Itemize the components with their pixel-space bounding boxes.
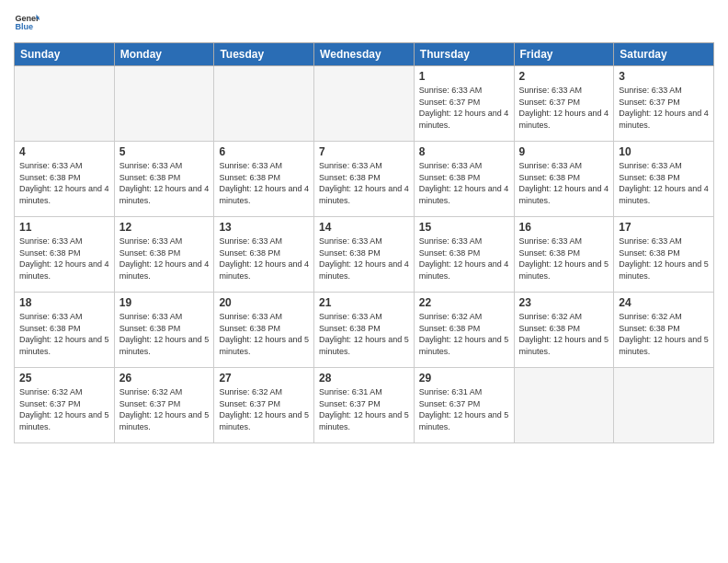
day-info: Sunrise: 6:32 AMSunset: 6:38 PMDaylight:… (519, 311, 609, 357)
day-number: 26 (119, 372, 210, 385)
day-info: Sunrise: 6:32 AMSunset: 6:37 PMDaylight:… (219, 386, 309, 432)
day-info: Sunrise: 6:33 AMSunset: 6:38 PMDaylight:… (119, 236, 210, 282)
day-info: Sunrise: 6:31 AMSunset: 6:37 PMDaylight:… (419, 386, 509, 432)
day-cell (314, 66, 415, 142)
day-number: 22 (419, 296, 509, 309)
day-cell: 5Sunrise: 6:33 AMSunset: 6:38 PMDaylight… (114, 142, 214, 217)
calendar-table: SundayMondayTuesdayWednesdayThursdayFrid… (14, 42, 714, 443)
day-cell: 25Sunrise: 6:32 AMSunset: 6:37 PMDayligh… (15, 368, 115, 443)
week-row-0: 1Sunrise: 6:33 AMSunset: 6:37 PMDaylight… (15, 66, 714, 142)
day-info: Sunrise: 6:31 AMSunset: 6:37 PMDaylight:… (319, 386, 409, 432)
day-number: 5 (119, 145, 210, 158)
day-cell: 11Sunrise: 6:33 AMSunset: 6:38 PMDayligh… (15, 217, 115, 293)
day-number: 11 (19, 221, 109, 234)
day-cell: 12Sunrise: 6:33 AMSunset: 6:38 PMDayligh… (114, 217, 214, 293)
day-cell: 14Sunrise: 6:33 AMSunset: 6:38 PMDayligh… (314, 217, 415, 293)
svg-text:General: General (15, 14, 40, 23)
day-info: Sunrise: 6:32 AMSunset: 6:37 PMDaylight:… (19, 386, 109, 432)
day-cell: 24Sunrise: 6:32 AMSunset: 6:38 PMDayligh… (614, 293, 714, 368)
page-container: General Blue SundayMondayTuesdayWednesda… (0, 0, 728, 563)
day-info: Sunrise: 6:33 AMSunset: 6:38 PMDaylight:… (319, 236, 409, 282)
day-cell (514, 368, 614, 443)
day-number: 6 (219, 145, 309, 158)
day-info: Sunrise: 6:32 AMSunset: 6:37 PMDaylight:… (119, 386, 210, 432)
header-row: SundayMondayTuesdayWednesdayThursdayFrid… (15, 43, 714, 66)
day-number: 13 (219, 221, 309, 234)
day-cell: 3Sunrise: 6:33 AMSunset: 6:37 PMDaylight… (614, 66, 714, 142)
day-cell: 19Sunrise: 6:33 AMSunset: 6:38 PMDayligh… (114, 293, 214, 368)
day-number: 16 (519, 221, 609, 234)
day-cell: 27Sunrise: 6:32 AMSunset: 6:37 PMDayligh… (214, 368, 314, 443)
day-info: Sunrise: 6:33 AMSunset: 6:37 PMDaylight:… (619, 85, 709, 131)
col-header-wednesday: Wednesday (314, 43, 415, 66)
day-number: 4 (19, 145, 109, 158)
day-cell: 21Sunrise: 6:33 AMSunset: 6:38 PMDayligh… (314, 293, 415, 368)
day-number: 15 (419, 221, 509, 234)
day-info: Sunrise: 6:33 AMSunset: 6:38 PMDaylight:… (519, 236, 609, 282)
svg-text:Blue: Blue (15, 22, 33, 31)
day-cell: 26Sunrise: 6:32 AMSunset: 6:37 PMDayligh… (114, 368, 214, 443)
day-number: 27 (219, 372, 309, 385)
day-cell: 17Sunrise: 6:33 AMSunset: 6:38 PMDayligh… (614, 217, 714, 293)
day-cell: 18Sunrise: 6:33 AMSunset: 6:38 PMDayligh… (15, 293, 115, 368)
day-info: Sunrise: 6:33 AMSunset: 6:38 PMDaylight:… (119, 311, 210, 357)
day-number: 29 (419, 372, 509, 385)
day-info: Sunrise: 6:32 AMSunset: 6:38 PMDaylight:… (619, 311, 709, 357)
day-info: Sunrise: 6:32 AMSunset: 6:38 PMDaylight:… (419, 311, 509, 357)
day-number: 25 (19, 372, 109, 385)
day-number: 19 (119, 296, 210, 309)
day-cell (114, 66, 214, 142)
day-info: Sunrise: 6:33 AMSunset: 6:38 PMDaylight:… (319, 160, 409, 206)
day-cell: 6Sunrise: 6:33 AMSunset: 6:38 PMDaylight… (214, 142, 314, 217)
day-number: 12 (119, 221, 210, 234)
day-info: Sunrise: 6:33 AMSunset: 6:38 PMDaylight:… (519, 160, 609, 206)
day-info: Sunrise: 6:33 AMSunset: 6:38 PMDaylight:… (319, 311, 409, 357)
day-number: 20 (219, 296, 309, 309)
day-cell: 23Sunrise: 6:32 AMSunset: 6:38 PMDayligh… (514, 293, 614, 368)
day-info: Sunrise: 6:33 AMSunset: 6:37 PMDaylight:… (519, 85, 609, 131)
day-cell: 1Sunrise: 6:33 AMSunset: 6:37 PMDaylight… (414, 66, 514, 142)
day-info: Sunrise: 6:33 AMSunset: 6:38 PMDaylight:… (19, 160, 109, 206)
day-number: 1 (419, 70, 509, 83)
week-row-2: 11Sunrise: 6:33 AMSunset: 6:38 PMDayligh… (15, 217, 714, 293)
col-header-thursday: Thursday (414, 43, 514, 66)
day-cell: 22Sunrise: 6:32 AMSunset: 6:38 PMDayligh… (414, 293, 514, 368)
col-header-tuesday: Tuesday (214, 43, 314, 66)
day-info: Sunrise: 6:33 AMSunset: 6:38 PMDaylight:… (219, 236, 309, 282)
day-cell: 13Sunrise: 6:33 AMSunset: 6:38 PMDayligh… (214, 217, 314, 293)
day-cell: 4Sunrise: 6:33 AMSunset: 6:38 PMDaylight… (15, 142, 115, 217)
col-header-friday: Friday (514, 43, 614, 66)
day-info: Sunrise: 6:33 AMSunset: 6:38 PMDaylight:… (219, 311, 309, 357)
day-info: Sunrise: 6:33 AMSunset: 6:38 PMDaylight:… (619, 236, 709, 282)
day-cell: 16Sunrise: 6:33 AMSunset: 6:38 PMDayligh… (514, 217, 614, 293)
col-header-sunday: Sunday (15, 43, 115, 66)
day-cell: 15Sunrise: 6:33 AMSunset: 6:38 PMDayligh… (414, 217, 514, 293)
day-number: 9 (519, 145, 609, 158)
day-number: 17 (619, 221, 709, 234)
day-cell: 9Sunrise: 6:33 AMSunset: 6:38 PMDaylight… (514, 142, 614, 217)
day-number: 3 (619, 70, 709, 83)
day-number: 8 (419, 145, 509, 158)
day-cell: 20Sunrise: 6:33 AMSunset: 6:38 PMDayligh… (214, 293, 314, 368)
day-number: 2 (519, 70, 609, 83)
day-cell (614, 368, 714, 443)
day-info: Sunrise: 6:33 AMSunset: 6:38 PMDaylight:… (619, 160, 709, 206)
day-info: Sunrise: 6:33 AMSunset: 6:38 PMDaylight:… (419, 160, 509, 206)
logo: General Blue (14, 9, 40, 35)
day-number: 18 (19, 296, 109, 309)
day-cell: 10Sunrise: 6:33 AMSunset: 6:38 PMDayligh… (614, 142, 714, 217)
day-number: 23 (519, 296, 609, 309)
day-cell (214, 66, 314, 142)
day-number: 14 (319, 221, 409, 234)
day-number: 28 (319, 372, 409, 385)
day-cell (15, 66, 115, 142)
day-info: Sunrise: 6:33 AMSunset: 6:38 PMDaylight:… (19, 236, 109, 282)
day-cell: 7Sunrise: 6:33 AMSunset: 6:38 PMDaylight… (314, 142, 415, 217)
day-number: 7 (319, 145, 409, 158)
week-row-3: 18Sunrise: 6:33 AMSunset: 6:38 PMDayligh… (15, 293, 714, 368)
day-cell: 28Sunrise: 6:31 AMSunset: 6:37 PMDayligh… (314, 368, 415, 443)
week-row-4: 25Sunrise: 6:32 AMSunset: 6:37 PMDayligh… (15, 368, 714, 443)
col-header-monday: Monday (114, 43, 214, 66)
day-number: 21 (319, 296, 409, 309)
day-info: Sunrise: 6:33 AMSunset: 6:38 PMDaylight:… (419, 236, 509, 282)
